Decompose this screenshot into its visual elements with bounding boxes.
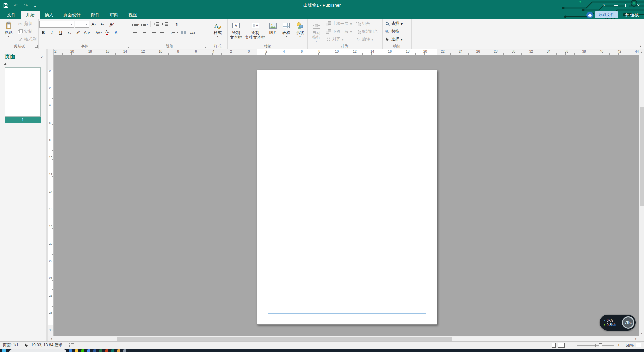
- network-speed-widget[interactable]: ▲ 0K/s ▼ 0.3K/s 79 %: [600, 315, 636, 331]
- tab-file[interactable]: 文件: [2, 11, 21, 19]
- taskbar-icon-file-explorer[interactable]: [75, 349, 78, 352]
- vertical-scrollbar-thumb[interactable]: [640, 107, 644, 206]
- underline-button[interactable]: U: [57, 29, 65, 36]
- single-page-view-button[interactable]: [552, 343, 556, 348]
- taskbar-search-box[interactable]: [9, 349, 66, 352]
- restore-button[interactable]: [621, 0, 633, 11]
- scroll-up-button[interactable]: ▴: [639, 49, 644, 54]
- insert-shapes-button[interactable]: 形状 ▾: [293, 20, 307, 44]
- align-center-button[interactable]: [141, 29, 149, 36]
- zoom-in-button[interactable]: +: [616, 343, 621, 348]
- font-color-button[interactable]: A▾: [103, 29, 111, 36]
- shrink-font-button[interactable]: A▾: [98, 20, 106, 28]
- taskbar-icon-chrome[interactable]: [87, 349, 90, 352]
- redo-button[interactable]: ↷: [23, 2, 29, 9]
- zoom-slider-thumb[interactable]: [599, 343, 602, 348]
- zoom-slider[interactable]: [577, 343, 614, 348]
- group-button[interactable]: 组合: [354, 20, 381, 28]
- decrease-indent-button[interactable]: [152, 20, 160, 28]
- cut-button[interactable]: ✂ 剪切: [16, 20, 38, 28]
- close-button[interactable]: ×: [633, 0, 644, 11]
- numbered-list-button[interactable]: ▾: [141, 20, 149, 28]
- tab-insert[interactable]: 插入: [40, 11, 58, 19]
- replace-button[interactable]: ab 替换: [383, 28, 411, 35]
- send-backward-button[interactable]: 下移一层 ▾: [324, 28, 354, 35]
- styles-button[interactable]: A 样式 ▾: [210, 20, 225, 44]
- ungroup-button[interactable]: 取消组合: [354, 28, 381, 35]
- customize-qat-button[interactable]: ▾: [33, 5, 37, 8]
- wrap-text-button[interactable]: 自动 换行 ▾: [308, 20, 324, 44]
- paste-button[interactable]: 粘贴 ▾: [1, 20, 16, 44]
- taskbar-icon-image-viewer[interactable]: [117, 349, 120, 352]
- copy-button[interactable]: 复制: [16, 28, 38, 35]
- font-size-combo[interactable]: ▾: [75, 21, 89, 28]
- canvas-scratch-area[interactable]: [54, 55, 639, 336]
- subscript-button[interactable]: x₂: [65, 29, 73, 36]
- rotate-button[interactable]: ↻ 旋转 ▾: [354, 35, 381, 43]
- format-painter-button[interactable]: 格式刷: [16, 35, 38, 43]
- draw-textbox-button[interactable]: A 绘制 文本框: [228, 20, 244, 44]
- bold-button[interactable]: B: [39, 29, 47, 36]
- start-button[interactable]: [2, 349, 7, 352]
- text-effects-button[interactable]: A: [112, 29, 120, 36]
- clipboard-dialog-launcher[interactable]: [34, 45, 38, 48]
- find-button[interactable]: 查找 ▾: [383, 20, 411, 28]
- help-button[interactable]: ?: [598, 0, 610, 11]
- font-name-dropdown-icon[interactable]: ▾: [69, 21, 74, 27]
- justify-button[interactable]: [158, 29, 166, 36]
- user-account-name[interactable]: 余 佳械: [624, 12, 639, 18]
- horizontal-scrollbar[interactable]: ◂ ▸: [48, 336, 639, 341]
- font-name-combo[interactable]: ▾: [39, 21, 74, 28]
- tab-view[interactable]: 视图: [123, 11, 142, 19]
- horizontal-scrollbar-thumb[interactable]: [117, 337, 452, 341]
- taskbar-icon-browser[interactable]: [69, 349, 72, 352]
- insert-table-button[interactable]: 表格 ▾: [280, 20, 293, 44]
- page-thumbnail-1[interactable]: 1: [5, 67, 41, 122]
- superscript-button[interactable]: x²: [74, 29, 82, 36]
- tab-home[interactable]: 开始: [21, 11, 40, 19]
- select-button[interactable]: 选择 ▾: [383, 35, 411, 43]
- taskbar-icon-excel[interactable]: [99, 349, 102, 352]
- font-dialog-launcher[interactable]: [127, 45, 130, 48]
- scroll-left-button[interactable]: ◂: [48, 336, 54, 341]
- taskbar-icon-powerpoint[interactable]: [105, 349, 108, 352]
- taskbar-icon-word[interactable]: [93, 349, 96, 352]
- paragraph-marks-button[interactable]: ¶: [173, 20, 181, 28]
- character-spacing-button[interactable]: AV▾: [95, 29, 103, 36]
- increase-indent-button[interactable]: [161, 20, 169, 28]
- insert-picture-button[interactable]: 图片: [267, 20, 280, 44]
- scroll-down-button[interactable]: ▾: [639, 331, 644, 336]
- publication-page[interactable]: [257, 70, 437, 325]
- zoom-out-button[interactable]: −: [571, 343, 575, 348]
- paragraph-dialog-launcher[interactable]: [204, 45, 207, 48]
- page-indicator[interactable]: 页面: 1/1: [0, 342, 21, 348]
- italic-button[interactable]: I: [48, 29, 56, 36]
- collapse-pages-panel-button[interactable]: ‹: [41, 55, 43, 59]
- numbering-123-button[interactable]: 123: [189, 29, 197, 36]
- line-spacing-button[interactable]: ↕▾: [170, 29, 179, 36]
- zoom-percentage[interactable]: 68%: [623, 343, 634, 348]
- align-right-button[interactable]: [149, 29, 157, 36]
- bring-forward-button[interactable]: 上移一层 ▾: [324, 20, 354, 28]
- clear-formatting-button[interactable]: A: [107, 20, 115, 28]
- grow-font-button[interactable]: A▴: [90, 20, 98, 28]
- vertical-scrollbar[interactable]: ▴ ▾: [639, 49, 644, 336]
- tab-review[interactable]: 审阅: [105, 11, 123, 19]
- align-left-button[interactable]: [132, 29, 140, 36]
- minimize-button[interactable]: [610, 0, 621, 11]
- fit-page-button[interactable]: [636, 343, 641, 347]
- columns-button[interactable]: [180, 29, 188, 36]
- font-size-dropdown-icon[interactable]: ▾: [84, 21, 89, 27]
- change-case-button[interactable]: Aa▾: [83, 29, 91, 36]
- usage-percentage-ball[interactable]: 79 %: [622, 316, 634, 329]
- tab-mailings[interactable]: 邮件: [86, 11, 105, 19]
- align-objects-button[interactable]: 对齐 ▾: [324, 35, 354, 43]
- draw-vertical-textbox-button[interactable]: A 绘制 竖排文本框: [244, 20, 267, 44]
- two-page-spread-button[interactable]: [558, 343, 565, 348]
- scroll-right-button[interactable]: ▸: [633, 336, 639, 341]
- save-button[interactable]: [3, 2, 9, 9]
- undo-button[interactable]: ↶: [13, 2, 19, 9]
- taskbar-icon-settings[interactable]: [123, 349, 126, 352]
- taskbar-icon-wechat[interactable]: [81, 349, 84, 352]
- cloud-addin-button[interactable]: 读取文件: [586, 11, 618, 18]
